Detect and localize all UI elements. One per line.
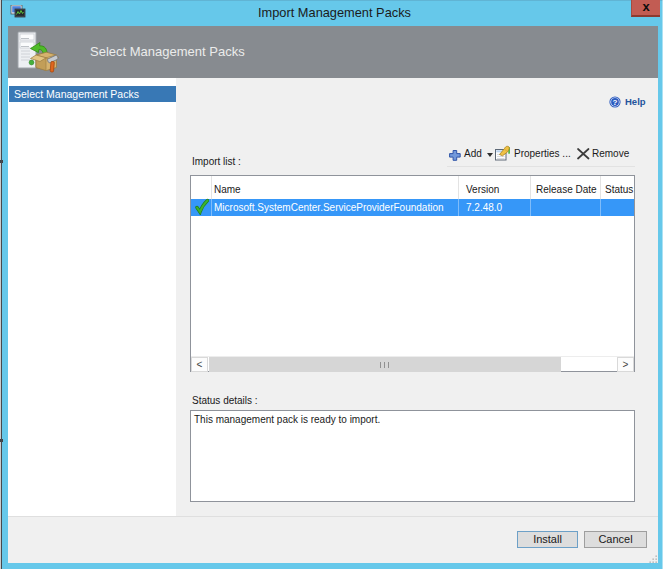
svg-text:?: ? <box>613 98 618 107</box>
